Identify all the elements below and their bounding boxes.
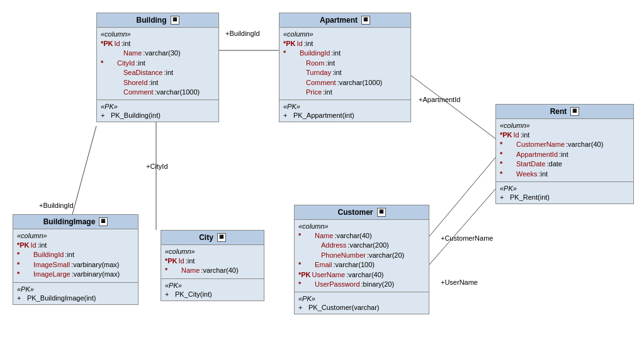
label-apartmentid: +ApartmentId <box>419 96 460 103</box>
apt-col-price: Price :int <box>283 88 407 97</box>
city-col-name: * Name :varchar(40) <box>165 266 260 275</box>
building-column-label: «column» <box>101 30 215 38</box>
building-table-icon: ▦ <box>171 16 179 25</box>
building-pk-row: + PK_Building(int) <box>101 112 215 119</box>
city-table-icon: ▦ <box>217 233 226 242</box>
rent-header: Rent ▦ <box>496 105 633 119</box>
label-customername: +CustomerName <box>441 234 493 242</box>
apartment-pk-row: + PK_Appartment(int) <box>283 112 407 119</box>
building-col-cityid: * CityId :int <box>101 59 215 68</box>
city-title: City <box>199 233 213 242</box>
apt-col-room: Room :int <box>283 59 407 68</box>
rent-col-apartmentid: * AppartmentId :int <box>500 150 630 159</box>
bi-col-buildingid: * BuildingId :int <box>17 250 134 260</box>
apt-col-buildingid: * BuildingId :int <box>283 49 407 58</box>
cust-col-email: * Email :varchar(100) <box>298 260 425 270</box>
label-username: +UserName <box>441 278 478 286</box>
rent-title: Rent <box>550 107 567 116</box>
customer-entity: Customer ▦ «column» * Name :varchar(40) … <box>294 205 429 314</box>
apt-col-id: *PK Id :int <box>283 39 407 49</box>
rent-col-weeks: * Weeks :int <box>500 169 630 179</box>
rent-col-customername: * CustomerName :varchar(40) <box>500 140 630 149</box>
cust-col-userpassword: * UserPassword :binary(20) <box>298 280 425 289</box>
rent-columns-section: «column» *PK Id :int * CustomerName :var… <box>496 119 633 182</box>
building-header: Building ▦ <box>97 13 218 28</box>
buildingimage-entity: BuildingImage ▦ «column» *PK Id :int * B… <box>13 214 138 305</box>
cust-col-name: * Name :varchar(40) <box>298 231 425 241</box>
cust-col-phone: PhoneNumber :varchar(20) <box>298 251 425 260</box>
apartment-title: Apartment <box>320 16 358 25</box>
rent-table-icon: ▦ <box>570 107 579 116</box>
bi-col-id: *PK Id :int <box>17 241 134 250</box>
apt-col-comment: Comment :varchar(1000) <box>283 78 407 88</box>
buildingimage-pk-section: «PK» + PK_BuildingImage(int) <box>13 283 138 304</box>
buildingimage-pk-row: + PK_BuildingImage(int) <box>17 294 134 302</box>
cust-col-username: *PK UserName :varchar(40) <box>298 270 425 280</box>
buildingimage-table-icon: ▦ <box>99 217 108 226</box>
building-columns-section: «column» *PK Id :int Name :varchar(30) *… <box>97 28 218 100</box>
building-entity: Building ▦ «column» *PK Id :int Name :va… <box>96 13 219 122</box>
rent-col-startdate: * StartDate :date <box>500 159 630 169</box>
apartment-pk-section: «PK» + PK_Appartment(int) <box>280 100 410 122</box>
city-entity: City ▦ «column» *PK Id :int * Name :varc… <box>161 230 264 301</box>
svg-line-3 <box>72 126 96 214</box>
rent-pk-section: «PK» + PK_Rent(int) <box>496 182 633 203</box>
customer-pk-row: + PK_Customer(varchar) <box>298 304 425 311</box>
label-buildingid-img: +BuildingId <box>39 202 74 209</box>
diagram-container: Building ▦ «column» *PK Id :int Name :va… <box>0 0 644 349</box>
customer-table-icon: ▦ <box>377 208 386 217</box>
customer-columns-section: «column» * Name :varchar(40) Address :va… <box>295 220 429 292</box>
svg-line-4 <box>429 157 495 236</box>
customer-pk-section: «PK» + PK_Customer(varchar) <box>295 292 429 314</box>
buildingimage-header: BuildingImage ▦ <box>13 215 138 229</box>
apartment-column-label: «column» <box>283 30 407 38</box>
apt-col-turnday: Turnday :int <box>283 68 407 77</box>
cust-col-address: Address :varchar(200) <box>298 241 425 250</box>
rent-pk-row: + PK_Rent(int) <box>500 193 630 201</box>
bi-col-imagesmall: * ImageSmall :varbinary(max) <box>17 260 134 270</box>
buildingimage-columns-section: «column» *PK Id :int * BuildingId :int *… <box>13 229 138 283</box>
city-header: City ▦ <box>161 231 264 245</box>
svg-line-1 <box>411 76 495 139</box>
apartment-header: Apartment ▦ <box>280 13 410 28</box>
building-col-id: *PK Id :int <box>101 39 215 49</box>
city-pk-section: «PK» + PK_City(int) <box>161 279 264 300</box>
building-title: Building <box>137 16 167 25</box>
city-col-id: *PK Id :int <box>165 256 260 266</box>
customer-header: Customer ▦ <box>295 205 429 220</box>
bi-col-imagelarge: * ImageLarge :varbinary(max) <box>17 270 134 279</box>
apartment-table-icon: ▦ <box>361 16 370 25</box>
building-pk-section: «PK» + PK_Building(int) <box>97 100 218 122</box>
building-col-shoreid: ShoreId :int <box>101 78 215 88</box>
building-col-seadistance: SeaDistance :int <box>101 68 215 77</box>
rent-col-id: *PK Id :int <box>500 130 630 140</box>
city-pk-row: + PK_City(int) <box>165 290 260 298</box>
building-col-comment: Comment :varchar(1000) <box>101 88 215 97</box>
apartment-columns-section: «column» *PK Id :int * BuildingId :int R… <box>280 28 410 100</box>
city-columns-section: «column» *PK Id :int * Name :varchar(40) <box>161 245 264 279</box>
buildingimage-title: BuildingImage <box>43 217 96 226</box>
rent-entity: Rent ▦ «column» *PK Id :int * CustomerNa… <box>495 104 634 204</box>
svg-line-5 <box>429 189 495 265</box>
label-buildingid-apt: +BuildingId <box>225 30 260 37</box>
building-col-name: Name :varchar(30) <box>101 49 215 58</box>
apartment-entity: Apartment ▦ «column» *PK Id :int * Build… <box>279 13 411 122</box>
customer-title: Customer <box>337 208 373 217</box>
label-cityid: +CityId <box>146 163 168 170</box>
